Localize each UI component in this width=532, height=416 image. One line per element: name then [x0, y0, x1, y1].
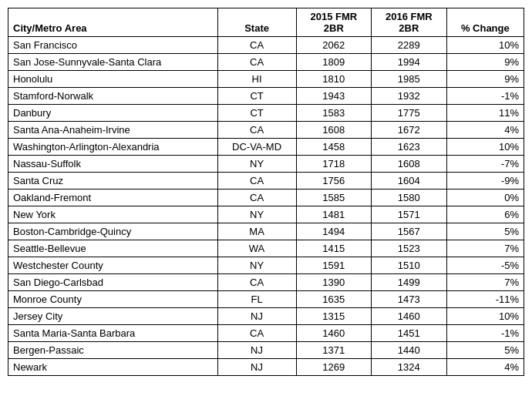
change-cell: 9%: [446, 54, 524, 71]
fmr2016-cell: 1499: [372, 274, 447, 291]
fmr2016-cell: 1460: [372, 308, 447, 325]
fmr2015-cell: 1810: [296, 71, 372, 88]
change-cell: -11%: [446, 291, 524, 308]
change-cell: 10%: [446, 37, 524, 54]
table-row: Westchester CountyNY15911510-5%: [8, 257, 524, 274]
city-cell: Danbury: [8, 105, 218, 122]
fmr2015-cell: 1481: [296, 206, 372, 223]
fmr2016-cell: 1440: [372, 342, 447, 359]
table-wrapper: City/Metro Area State 2015 FMR2BR 2016 F…: [8, 8, 524, 376]
change-cell: 9%: [446, 71, 524, 88]
table-header-row: City/Metro Area State 2015 FMR2BR 2016 F…: [8, 8, 524, 37]
fmr2015-cell: 2062: [296, 37, 372, 54]
fmr2016-cell: 1571: [372, 206, 447, 223]
state-cell: MA: [217, 223, 296, 240]
table-row: Monroe CountyFL16351473-11%: [8, 291, 524, 308]
change-cell: -1%: [446, 325, 524, 342]
state-cell: NY: [217, 156, 296, 173]
table-row: Jersey CityNJ1315146010%: [8, 308, 524, 325]
fmr2015-cell: 1585: [296, 190, 372, 206]
change-cell: 6%: [446, 206, 524, 223]
state-cell: DC-VA-MD: [217, 139, 296, 156]
state-cell: CA: [217, 37, 296, 54]
city-cell: Nassau-Suffolk: [8, 156, 218, 173]
fmr2015-cell: 1371: [296, 342, 372, 359]
fmr2016-cell: 1523: [372, 240, 447, 257]
fmr2015-cell: 1458: [296, 139, 372, 156]
table-row: NewarkNJ126913244%: [8, 359, 524, 376]
fmr2015-cell: 1583: [296, 105, 372, 122]
state-cell: NJ: [217, 359, 296, 376]
table-row: Boston-Cambridge-QuincyMA149415675%: [8, 223, 524, 240]
table-row: Santa CruzCA17561604-9%: [8, 173, 524, 190]
table-row: Nassau-SuffolkNY17181608-7%: [8, 156, 524, 173]
fmr2015-cell: 1608: [296, 122, 372, 139]
change-header: % Change: [446, 8, 524, 37]
state-cell: NJ: [217, 342, 296, 359]
fmr2015-cell: 1415: [296, 240, 372, 257]
city-cell: San Jose-Sunnyvale-Santa Clara: [8, 54, 218, 71]
change-cell: -7%: [446, 156, 524, 173]
state-cell: HI: [217, 71, 296, 88]
city-cell: Westchester County: [8, 257, 218, 274]
change-cell: 7%: [446, 240, 524, 257]
fmr2016-cell: 1932: [372, 88, 447, 105]
table-row: New YorkNY148115716%: [8, 206, 524, 223]
change-cell: 4%: [446, 359, 524, 376]
state-cell: CA: [217, 274, 296, 291]
fmr2015-cell: 1635: [296, 291, 372, 308]
city-header: City/Metro Area: [8, 8, 218, 37]
city-cell: San Diego-Carlsbad: [8, 274, 218, 291]
fmr2015-cell: 1390: [296, 274, 372, 291]
state-cell: NY: [217, 257, 296, 274]
fmr2015-cell: 1591: [296, 257, 372, 274]
city-cell: Bergen-Passaic: [8, 342, 218, 359]
table-row: HonoluluHI181019859%: [8, 71, 524, 88]
change-cell: 5%: [446, 223, 524, 240]
city-cell: Honolulu: [8, 71, 218, 88]
table-row: San Jose-Sunnyvale-Santa ClaraCA18091994…: [8, 54, 524, 71]
fmr2016-cell: 1775: [372, 105, 447, 122]
city-cell: Stamford-Norwalk: [8, 88, 218, 105]
state-cell: CA: [217, 54, 296, 71]
city-cell: Oakland-Fremont: [8, 190, 218, 206]
city-cell: Monroe County: [8, 291, 218, 308]
city-cell: Jersey City: [8, 308, 218, 325]
fmr2015-cell: 1494: [296, 223, 372, 240]
fmr2015-cell: 1943: [296, 88, 372, 105]
state-cell: CA: [217, 190, 296, 206]
state-cell: CT: [217, 88, 296, 105]
fmr2016-cell: 1608: [372, 156, 447, 173]
change-cell: 5%: [446, 342, 524, 359]
fmr2015-cell: 1756: [296, 173, 372, 190]
fmr2016-cell: 1623: [372, 139, 447, 156]
fmr2016-cell: 1985: [372, 71, 447, 88]
city-cell: Santa Maria-Santa Barbara: [8, 325, 218, 342]
city-cell: Santa Cruz: [8, 173, 218, 190]
state-header: State: [217, 8, 296, 37]
fmr2016-cell: 2289: [372, 37, 447, 54]
state-cell: FL: [217, 291, 296, 308]
fmr2016-cell: 1510: [372, 257, 447, 274]
table-row: San Diego-CarlsbadCA139014997%: [8, 274, 524, 291]
state-cell: CA: [217, 122, 296, 139]
city-cell: San Francisco: [8, 37, 218, 54]
table-row: DanburyCT1583177511%: [8, 105, 524, 122]
table-row: Stamford-NorwalkCT19431932-1%: [8, 88, 524, 105]
fmr2016-cell: 1567: [372, 223, 447, 240]
change-cell: -5%: [446, 257, 524, 274]
table-body: San FranciscoCA2062228910%San Jose-Sunny…: [8, 37, 524, 376]
fmr2016-cell: 1994: [372, 54, 447, 71]
table-row: Santa Ana-Anaheim-IrvineCA160816724%: [8, 122, 524, 139]
city-cell: Santa Ana-Anaheim-Irvine: [8, 122, 218, 139]
fmr2015-cell: 1809: [296, 54, 372, 71]
fmr2015-cell: 1269: [296, 359, 372, 376]
state-cell: WA: [217, 240, 296, 257]
fmr2015-cell: 1460: [296, 325, 372, 342]
fmr2016-cell: 1580: [372, 190, 447, 206]
fmr2016-cell: 1451: [372, 325, 447, 342]
city-cell: Seattle-Bellevue: [8, 240, 218, 257]
state-cell: CA: [217, 325, 296, 342]
fmr2016-header: 2016 FMR2BR: [372, 8, 447, 37]
change-cell: 10%: [446, 139, 524, 156]
